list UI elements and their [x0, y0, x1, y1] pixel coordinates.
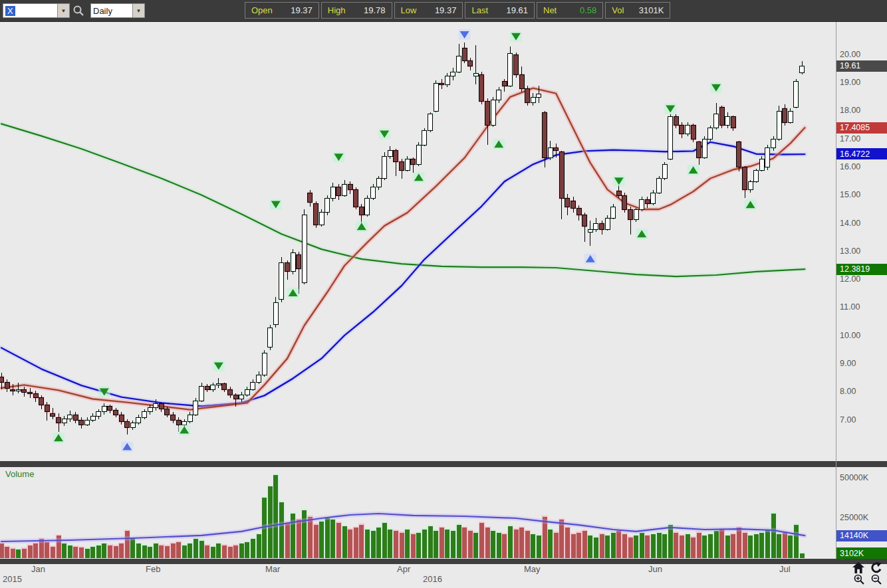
zoom-out-icon — [871, 574, 882, 585]
signal-marker-layer — [53, 29, 757, 452]
price-badge: 19.61 — [836, 60, 887, 72]
price-tick-label: 7.00 — [840, 415, 856, 425]
x-axis-month-label: Jun — [648, 564, 662, 574]
pane-divider[interactable] — [0, 559, 887, 564]
volume-chart-canvas[interactable] — [0, 467, 836, 559]
volume-pane-title: Volume — [5, 469, 34, 479]
volume-tick-label: 25000K — [840, 513, 868, 522]
chevron-down-icon: ▼ — [136, 8, 142, 14]
symbol-value: X — [5, 6, 15, 16]
price-badge: 17.4085 — [836, 122, 887, 134]
quote-bar: Open 19.37 High 19.78 Low 19.37 Last 19.… — [245, 2, 672, 19]
pane-divider[interactable] — [0, 461, 887, 467]
price-tick-label: 20.00 — [840, 50, 860, 59]
x-axis-month-label: Apr — [397, 564, 410, 574]
volume-badge: 14140K — [836, 530, 887, 541]
symbol-input[interactable]: X — [3, 4, 57, 17]
price-tick-label: 10.00 — [840, 331, 860, 340]
interval-combo[interactable]: Daily ▼ — [90, 3, 145, 18]
quote-open: Open 19.37 — [245, 2, 319, 19]
price-tick-label: 16.00 — [840, 162, 860, 171]
volume-tick-label: 50000K — [840, 473, 868, 482]
price-axis-line — [836, 21, 836, 559]
x-axis-year-label: 2015 — [3, 574, 22, 584]
time-axis[interactable]: JanFebMarAprMayJunJul20152016 — [0, 564, 887, 588]
toolbar: X ▼ Daily ▼ Open 19.37 High — [0, 0, 887, 22]
candlestick-layer — [0, 43, 805, 435]
x-axis-month-label: Mar — [265, 564, 280, 574]
symbol-combo[interactable]: X ▼ — [3, 3, 70, 18]
price-tick-label: 11.00 — [840, 302, 860, 312]
chevron-down-icon: ▼ — [61, 8, 66, 14]
price-tick-label: 12.00 — [840, 274, 860, 284]
home-button[interactable] — [852, 562, 866, 574]
price-tick-label: 9.00 — [840, 359, 856, 368]
volume-badge: 3102K — [836, 547, 887, 559]
symbol-dropdown-button[interactable]: ▼ — [57, 4, 69, 17]
price-tick-label: 8.00 — [840, 387, 856, 396]
x-axis-month-label: May — [524, 564, 541, 574]
price-tick-label: 15.00 — [840, 190, 860, 199]
price-chart-canvas[interactable] — [0, 21, 836, 461]
undo-arrow-icon — [870, 562, 882, 573]
zoom-in-icon — [854, 574, 864, 585]
x-axis-month-label: Jan — [31, 564, 45, 574]
zoom-out-button[interactable] — [871, 574, 884, 586]
price-tick-label: 13.00 — [840, 246, 860, 256]
search-button[interactable] — [70, 3, 86, 18]
price-tick-label: 14.00 — [840, 219, 860, 228]
quote-low: Low 19.37 — [394, 2, 463, 19]
x-axis-month-label: Feb — [146, 564, 160, 574]
interval-dropdown-button[interactable]: ▼ — [132, 4, 144, 17]
price-badge: 16.4722 — [836, 148, 887, 159]
price-tick-label: 19.00 — [840, 78, 860, 87]
quote-volume: Vol 3101K — [605, 2, 670, 19]
candle-halo-layer — [0, 47, 805, 429]
price-tick-label: 18.00 — [840, 106, 860, 115]
quote-net: Net 0.58 — [537, 2, 603, 19]
price-badge: 12.3819 — [836, 264, 887, 275]
moving-average-layer — [1, 88, 805, 410]
reset-view-button[interactable] — [870, 562, 883, 574]
trading-chart-window: X ▼ Daily ▼ Open 19.37 High — [0, 0, 887, 588]
x-axis-month-label: Jul — [779, 564, 791, 574]
quote-high: High 19.78 — [321, 2, 392, 19]
x-axis-year-label: 2016 — [423, 574, 442, 584]
zoom-in-button[interactable] — [854, 574, 867, 586]
quote-last: Last 19.61 — [465, 2, 535, 19]
interval-value: Daily — [91, 4, 132, 17]
home-icon — [852, 562, 864, 573]
chart-nav-controls — [846, 562, 883, 587]
price-tick-label: 17.00 — [840, 134, 860, 144]
search-icon — [72, 5, 84, 17]
